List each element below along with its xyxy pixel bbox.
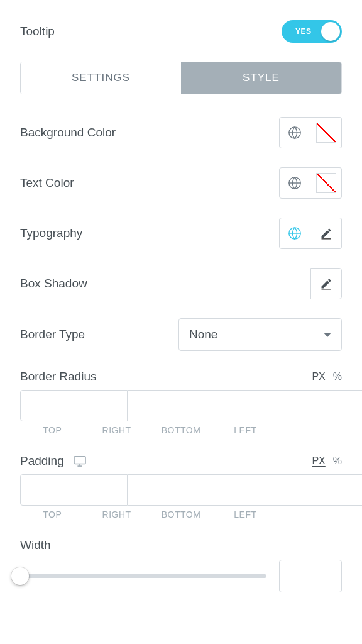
globe-icon [288,126,302,140]
dim-label-top: TOP [20,509,84,519]
border-type-select[interactable]: None [178,318,342,351]
globe-icon [288,176,302,190]
label-text-color: Text Color [20,176,74,190]
chevron-down-icon [324,333,331,337]
label-padding: Padding [20,454,64,468]
border-radius-top-input[interactable] [20,390,128,421]
label-background-color: Background Color [20,126,116,140]
tabs: SETTINGS STYLE [20,62,342,94]
typography-edit-button[interactable] [310,218,342,249]
border-radius-left-input[interactable] [341,390,362,421]
no-color-swatch [316,123,336,143]
dim-label-top: TOP [20,425,84,435]
section-title: Tooltip [20,25,55,38]
dim-label-left: LEFT [213,509,277,519]
no-color-swatch [316,173,336,193]
dim-label-left: LEFT [213,425,277,435]
pencil-icon [320,227,332,240]
box-shadow-edit-button[interactable] [310,268,342,299]
label-border-radius: Border Radius [20,370,96,384]
border-radius-right-input[interactable] [128,390,234,421]
padding-bottom-input[interactable] [234,474,341,506]
svg-rect-3 [321,238,331,239]
svg-rect-5 [74,457,85,464]
dim-label-bottom: BOTTOM [149,425,213,435]
toggle-label: YES [295,27,312,36]
dim-label-right: RIGHT [84,509,148,519]
label-border-type: Border Type [20,328,85,341]
svg-rect-4 [322,289,331,289]
width-input[interactable] [279,560,342,592]
width-slider[interactable] [20,574,266,578]
border-radius-bottom-input[interactable] [234,390,341,421]
dim-label-bottom: BOTTOM [149,509,213,519]
unit-percent[interactable]: % [333,371,342,382]
desktop-icon[interactable] [73,455,87,467]
unit-px[interactable]: PX [312,455,325,467]
padding-top-input[interactable] [20,474,128,506]
unit-px[interactable]: PX [312,371,325,382]
padding-left-input[interactable] [341,474,362,506]
background-color-global-button[interactable] [279,117,310,148]
tab-style[interactable]: STYLE [181,62,341,94]
toggle-knob [321,22,340,41]
padding-inputs [20,474,342,506]
dim-label-right: RIGHT [84,425,148,435]
slider-thumb[interactable] [11,567,29,585]
label-typography: Typography [20,226,82,240]
tab-settings[interactable]: SETTINGS [21,62,181,94]
label-box-shadow: Box Shadow [20,277,87,291]
padding-right-input[interactable] [128,474,234,506]
text-color-picker-button[interactable] [310,167,342,199]
pencil-icon [320,277,332,290]
text-color-global-button[interactable] [279,167,310,199]
typography-global-button[interactable] [279,218,310,249]
background-color-picker-button[interactable] [310,117,342,148]
globe-icon [288,226,302,240]
unit-percent[interactable]: % [333,455,342,467]
border-type-value: None [189,328,217,341]
tooltip-toggle[interactable]: YES [282,20,342,43]
label-width: Width [20,538,342,552]
border-radius-inputs [20,390,342,421]
